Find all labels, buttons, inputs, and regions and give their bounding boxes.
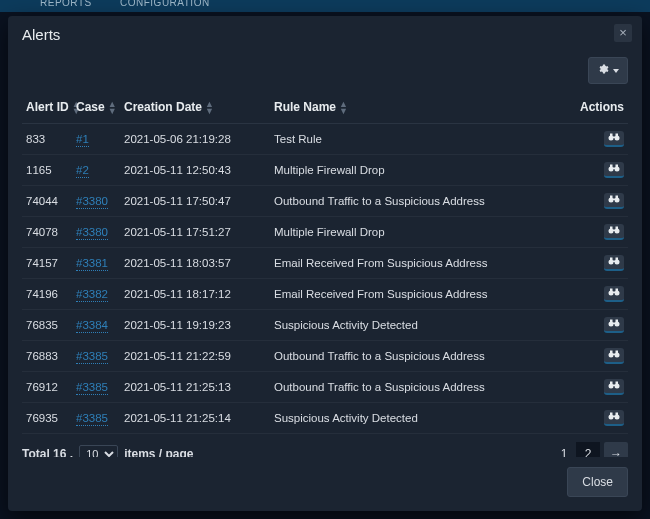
cell-alert-id: 74078 bbox=[22, 216, 72, 247]
case-link[interactable]: #3380 bbox=[76, 226, 108, 240]
svg-rect-34 bbox=[616, 319, 619, 322]
svg-rect-33 bbox=[610, 319, 613, 322]
svg-rect-28 bbox=[610, 288, 613, 291]
page-2[interactable]: 2 bbox=[576, 442, 600, 457]
svg-rect-13 bbox=[610, 195, 613, 198]
cell-creation-date: 2021-05-11 17:51:27 bbox=[120, 216, 270, 247]
cell-alert-id: 1165 bbox=[22, 154, 72, 185]
binoculars-icon bbox=[608, 256, 620, 268]
svg-rect-38 bbox=[610, 350, 613, 353]
table-row: 76883#33852021-05-11 21:22:59Outbound Tr… bbox=[22, 340, 628, 371]
modal-title: Alerts bbox=[22, 26, 628, 43]
modal-footer: Close bbox=[8, 457, 642, 511]
case-link[interactable]: #3385 bbox=[76, 350, 108, 364]
view-alert-button[interactable] bbox=[604, 162, 624, 178]
view-alert-button[interactable] bbox=[604, 193, 624, 209]
cell-creation-date: 2021-05-11 18:03:57 bbox=[120, 247, 270, 278]
svg-rect-12 bbox=[613, 198, 616, 200]
binoculars-icon bbox=[608, 287, 620, 299]
view-alert-button[interactable] bbox=[604, 131, 624, 147]
svg-rect-23 bbox=[610, 257, 613, 260]
cell-creation-date: 2021-05-11 21:25:13 bbox=[120, 371, 270, 402]
cell-rule-name: Outbound Traffic to a Suspicious Address bbox=[270, 340, 574, 371]
case-link[interactable]: #3382 bbox=[76, 288, 108, 302]
alerts-modal: Alerts × Alert ID▲▼ Case▲▼ Creation Date… bbox=[8, 16, 642, 511]
svg-rect-48 bbox=[610, 412, 613, 415]
arrow-right-icon: → bbox=[610, 447, 622, 457]
table-row: 74078#33802021-05-11 17:51:27Multiple Fi… bbox=[22, 216, 628, 247]
close-button[interactable]: Close bbox=[567, 467, 628, 497]
case-link[interactable]: #3385 bbox=[76, 381, 108, 395]
page-size-select[interactable]: 10 bbox=[79, 445, 118, 457]
table-row: 76935#33852021-05-11 21:25:14Suspicious … bbox=[22, 402, 628, 433]
case-link[interactable]: #3385 bbox=[76, 412, 108, 426]
svg-rect-14 bbox=[616, 195, 619, 198]
view-alert-button[interactable] bbox=[604, 255, 624, 271]
svg-rect-42 bbox=[613, 384, 616, 386]
cell-rule-name: Multiple Firewall Drop bbox=[270, 154, 574, 185]
cell-alert-id: 76912 bbox=[22, 371, 72, 402]
table-row: 74196#33822021-05-11 18:17:12Email Recei… bbox=[22, 278, 628, 309]
table-row: 74044#33802021-05-11 17:50:47Outbound Tr… bbox=[22, 185, 628, 216]
svg-rect-44 bbox=[616, 381, 619, 384]
case-link[interactable]: #3380 bbox=[76, 195, 108, 209]
svg-rect-17 bbox=[613, 229, 616, 231]
svg-rect-37 bbox=[613, 353, 616, 355]
svg-rect-9 bbox=[616, 164, 619, 167]
cell-rule-name: Suspicious Activity Detected bbox=[270, 402, 574, 433]
sort-icon: ▲▼ bbox=[339, 101, 348, 115]
svg-rect-29 bbox=[616, 288, 619, 291]
column-creation-date[interactable]: Creation Date▲▼ bbox=[120, 94, 270, 123]
view-alert-button[interactable] bbox=[604, 348, 624, 364]
chevron-down-icon bbox=[613, 69, 619, 73]
cell-creation-date: 2021-05-06 21:19:28 bbox=[120, 123, 270, 154]
table-row: 1165#22021-05-11 12:50:43Multiple Firewa… bbox=[22, 154, 628, 185]
close-icon[interactable]: × bbox=[614, 24, 632, 42]
case-link[interactable]: #1 bbox=[76, 133, 89, 147]
view-alert-button[interactable] bbox=[604, 224, 624, 240]
svg-rect-19 bbox=[616, 226, 619, 229]
case-link[interactable]: #3384 bbox=[76, 319, 108, 333]
cell-creation-date: 2021-05-11 17:50:47 bbox=[120, 185, 270, 216]
total-count-label: Total 16 , bbox=[22, 447, 73, 457]
case-link[interactable]: #3381 bbox=[76, 257, 108, 271]
pagination: 1 2 → bbox=[552, 442, 628, 457]
cell-alert-id: 74157 bbox=[22, 247, 72, 278]
page-next-button[interactable]: → bbox=[604, 442, 628, 457]
table-row: 74157#33812021-05-11 18:03:57Email Recei… bbox=[22, 247, 628, 278]
column-actions: Actions bbox=[574, 94, 628, 123]
svg-rect-27 bbox=[613, 291, 616, 293]
settings-dropdown-button[interactable] bbox=[588, 57, 628, 84]
binoculars-icon bbox=[608, 411, 620, 423]
alerts-table: Alert ID▲▼ Case▲▼ Creation Date▲▼ Rule N… bbox=[22, 94, 628, 434]
view-alert-button[interactable] bbox=[604, 379, 624, 395]
case-link[interactable]: #2 bbox=[76, 164, 89, 178]
cell-alert-id: 76835 bbox=[22, 309, 72, 340]
table-row: 76912#33852021-05-11 21:25:13Outbound Tr… bbox=[22, 371, 628, 402]
cell-rule-name: Outbound Traffic to a Suspicious Address bbox=[270, 371, 574, 402]
svg-rect-43 bbox=[610, 381, 613, 384]
page-1[interactable]: 1 bbox=[552, 442, 576, 457]
cell-rule-name: Suspicious Activity Detected bbox=[270, 309, 574, 340]
view-alert-button[interactable] bbox=[604, 410, 624, 426]
view-alert-button[interactable] bbox=[604, 286, 624, 302]
cell-alert-id: 833 bbox=[22, 123, 72, 154]
svg-rect-39 bbox=[616, 350, 619, 353]
svg-rect-8 bbox=[610, 164, 613, 167]
column-rule-name[interactable]: Rule Name▲▼ bbox=[270, 94, 574, 123]
svg-rect-22 bbox=[613, 260, 616, 262]
sort-icon: ▲▼ bbox=[205, 101, 214, 115]
svg-rect-7 bbox=[613, 167, 616, 169]
cell-rule-name: Test Rule bbox=[270, 123, 574, 154]
svg-rect-49 bbox=[616, 412, 619, 415]
svg-rect-47 bbox=[613, 415, 616, 417]
table-row: 76835#33842021-05-11 19:19:23Suspicious … bbox=[22, 309, 628, 340]
cell-alert-id: 76935 bbox=[22, 402, 72, 433]
cell-creation-date: 2021-05-11 12:50:43 bbox=[120, 154, 270, 185]
binoculars-icon bbox=[608, 225, 620, 237]
table-footer: Total 16 , 10 items / page 1 2 → bbox=[22, 434, 628, 457]
view-alert-button[interactable] bbox=[604, 317, 624, 333]
cell-alert-id: 76883 bbox=[22, 340, 72, 371]
binoculars-icon bbox=[608, 194, 620, 206]
column-alert-id[interactable]: Alert ID▲▼ bbox=[22, 94, 72, 123]
